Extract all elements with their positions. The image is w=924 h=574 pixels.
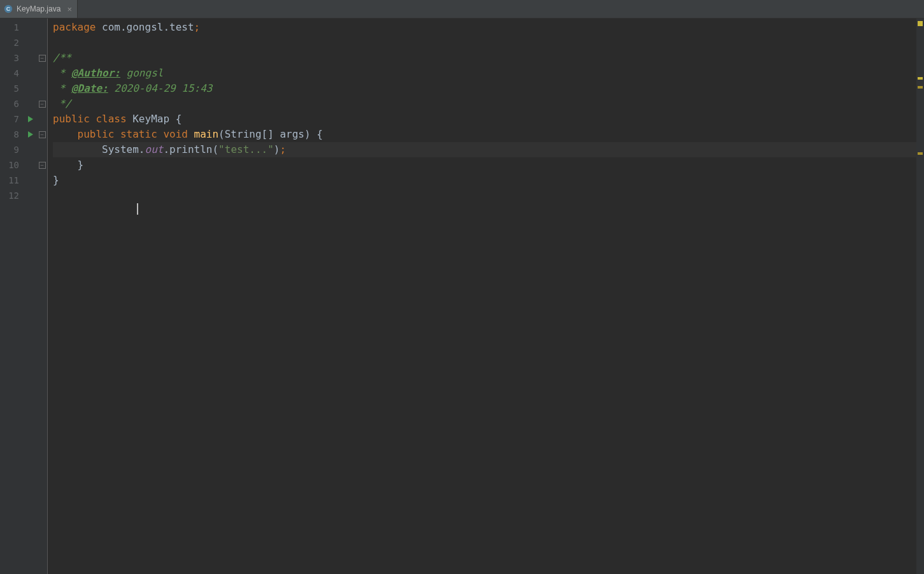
code-token: main [194,128,219,140]
code-token: * [53,67,71,79]
line-number: 1 [0,20,24,35]
code-token: package [53,21,96,33]
code-token: ; [194,21,201,33]
text-caret-icon [137,203,138,215]
code-token: @Author: [71,67,120,79]
line-number: 10 [0,157,24,173]
editor-tab[interactable]: C KeyMap.java × [0,0,78,18]
code-token: } [53,159,83,171]
code-token: gongsl [120,67,163,79]
line-number: 12 [0,188,24,203]
code-editor[interactable]: 1 2 3 4 5 6 7 8 9 10 11 12 − − − [0,18,924,574]
line-number: 4 [0,66,24,81]
code-token: ) [274,143,280,155]
warning-marker-icon[interactable] [918,152,923,155]
code-token: /** [53,52,71,64]
code-token [53,143,102,155]
run-triangle-icon [28,131,33,138]
code-token: (String[] args) { [218,128,323,140]
tab-bar: C KeyMap.java × [0,0,924,18]
run-method-gutter-icon[interactable] [24,127,37,142]
close-tab-icon[interactable]: × [64,4,72,14]
code-token: 2020-04-29 15:43 [108,82,213,94]
run-class-gutter-icon[interactable] [24,111,37,127]
line-number: 3 [0,50,24,66]
fold-column: − − − − [37,18,48,574]
line-number: 9 [0,142,24,157]
code-token: com.gongsl.test [96,21,194,33]
line-number: 2 [0,35,24,50]
line-number-gutter: 1 2 3 4 5 6 7 8 9 10 11 12 [0,18,24,574]
code-token: System. [102,143,145,155]
code-token: */ [53,97,71,110]
code-token: * [53,82,71,94]
warning-marker-icon[interactable] [918,86,923,89]
code-token: @Date: [71,82,108,94]
fold-toggle-icon[interactable]: − [37,157,47,173]
code-token: public static void [78,128,194,140]
java-class-file-icon: C [4,4,13,13]
run-triangle-icon [28,116,33,122]
error-stripe[interactable] [916,18,924,574]
code-token: { [169,113,181,125]
warning-marker-icon[interactable] [918,77,923,80]
code-token: .println( [163,143,218,155]
code-token: "test..." [218,143,274,155]
code-token: public class [53,113,132,125]
gutter-icon-column [24,18,37,574]
code-token: } [53,174,59,186]
code-token [53,128,78,140]
tab-filename: KeyMap.java [17,4,60,13]
fold-toggle-icon[interactable]: − [37,50,47,66]
fold-toggle-icon[interactable]: − [37,96,47,111]
line-number: 8 [0,127,24,142]
code-token: out [145,143,164,155]
code-token: ; [280,143,286,155]
code-token: KeyMap [132,113,169,125]
analysis-status-icon[interactable] [918,21,923,26]
code-area[interactable]: package com.gongsl.test; /** * @Author: … [48,18,916,574]
line-number: 5 [0,81,24,96]
line-number: 7 [0,111,24,127]
fold-toggle-icon[interactable]: − [37,127,47,142]
line-number: 11 [0,173,24,188]
line-number: 6 [0,96,24,111]
svg-text:C: C [6,6,11,12]
